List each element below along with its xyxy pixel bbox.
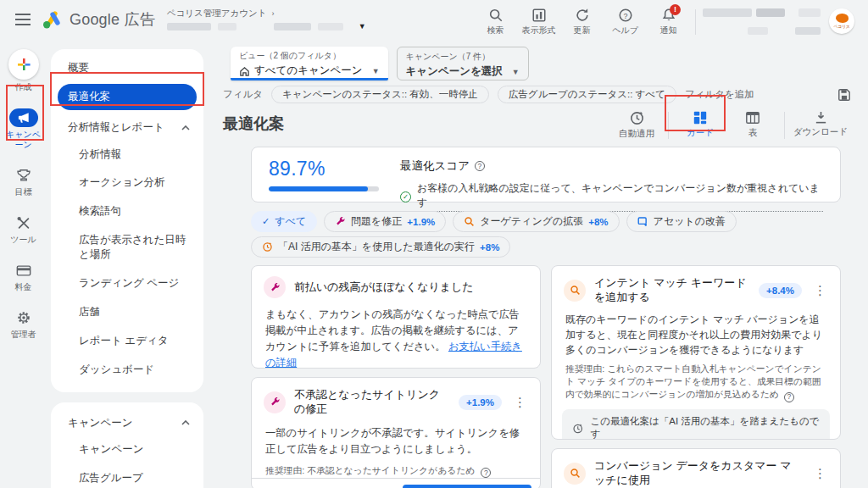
breadcrumb-label: ペコリス管理アカウント [167,8,267,19]
sidebar-item-auction-insights[interactable]: オークション分析 [51,169,203,197]
plus-icon [17,58,31,71]
campaign-caret-icon: ▼ [512,68,520,76]
create-button[interactable]: 作成 [8,49,39,92]
notifications-button[interactable]: ! 通知 [648,3,688,36]
menu-icon[interactable] [8,5,37,34]
sidebar-item-ad-groups[interactable]: 広告グループ [51,464,203,488]
sidebar-section-insights[interactable]: 分析情報とレポート [51,112,203,140]
card-title: 不承認となったサイトリンクの修正 [294,388,450,417]
chip-improve-assets[interactable]: アセットの改善 [626,211,737,232]
wrench-icon [264,391,286,413]
avatar[interactable]: ペコリス [829,8,854,34]
refresh-button[interactable]: 更新 [562,3,602,36]
card-body-text: 一部のサイトリンクが不承認です。サイトリンクを修正して広告をより目立つようにしま… [252,422,540,458]
card-title: コンバージョン データをカスタマー マッチに使用 [594,459,802,488]
card-title: インテント マッチ キーワードを追加する [594,276,750,305]
kebab-menu-icon[interactable]: ⋮ [810,283,830,298]
reason-help-icon[interactable]: ? [784,392,794,402]
sidebar-item-report-editor[interactable]: レポート エディタ [51,326,203,355]
page-header: 最適化案 自動適用 カード 表 [223,107,851,140]
rail-item-billing[interactable]: 料金 [2,261,46,292]
home-icon [239,66,250,76]
help-button[interactable]: ? ヘルプ [605,3,645,36]
kebab-menu-icon[interactable]: ⋮ [510,395,530,410]
redacted-subaccount-id [318,23,343,30]
card-disapproved-sitelinks: 不承認となったサイトリンクの修正 +1.9% ⋮ 一部のサイトリンクが不承認です… [251,377,541,488]
note-text[interactable]: この最適化案は「AI 活用の基本」を踏まえたものです [590,415,820,440]
filter-chip-adgroup-status[interactable]: 広告グループのステータス:: すべて [498,86,676,103]
sidebar-item-search-terms[interactable]: 検索語句 [51,197,203,226]
left-column: 前払いの残高がほぼなくなりました まもなく、アカウントの残高がなくなった時点で広… [251,265,541,488]
sidebar-item-dashboards[interactable]: ダッシュボード [51,355,203,384]
recommendation-cards: 前払いの残高がほぼなくなりました まもなく、アカウントの残高がなくなった時点で広… [251,265,841,488]
view-controls: 自動適用 カード 表 ダウンロード [610,107,851,140]
chip-expand-targeting[interactable]: ターゲティングの拡張 +8% [453,211,619,232]
display-format-button[interactable]: 表示形式 [519,3,559,36]
megaphone-icon [17,112,31,124]
search-button[interactable]: 検索 [476,3,515,36]
rail-item-admin[interactable]: 管理者 [2,308,46,340]
sidebar-item-stores[interactable]: 店舗 [51,297,203,326]
chip-ai-essentials[interactable]: 「AI 活用の基本」を使用した最適化の実行 +8% [251,236,510,258]
magnifier-icon [564,280,586,302]
sidebar-item-insights[interactable]: 分析情報 [51,140,203,169]
add-filter-button[interactable]: フィルタを追加 [685,88,754,101]
google-ads-logo[interactable]: Google 広告 [42,9,155,30]
uplift-badge: +8.4% [759,283,802,298]
sidebar-section-campaigns[interactable]: キャンペーン [51,408,203,435]
check-icon: ✓ [262,216,270,227]
save-filter-button[interactable] [837,88,851,102]
rail-item-tools[interactable]: ツール [2,214,46,245]
magnifier-icon [464,216,475,227]
sidebar-item-recommendations[interactable]: 最適化案 [58,84,197,110]
sidebar-item-when-where-ads-showed[interactable]: 広告が表示された日時と場所 [51,226,203,269]
rail-item-campaigns[interactable]: キャンペーン [2,108,46,150]
redacted-user-info [703,5,821,38]
view-selector[interactable]: ビュー（2 個のフィルタ） すべてのキャンペーン ▼ [231,47,388,80]
optimization-score-value: 89.7% [269,158,400,180]
view-recommendations-button[interactable]: 3 件の最適化案を表示 [403,485,531,488]
download-icon [814,110,828,125]
campaign-selector[interactable]: キャンペーン（7 件） キャンペーンを選択 ▼ [397,47,529,80]
wrench-icon [335,216,346,227]
refresh-icon [575,8,590,23]
bar-chart-icon [531,8,547,23]
google-ads-app: Google 広告 ペコリス管理アカウント › ▼ 検索 表示形式 [0,0,868,488]
card-title: 前払いの残高がほぼなくなりました [294,280,530,295]
reason-help-icon[interactable]: ? [481,468,491,478]
account-breadcrumb[interactable]: ペコリス管理アカウント › ▼ [167,8,366,30]
chevron-up-icon [181,125,190,130]
wrench-icon [264,276,286,298]
top-actions: 検索 表示形式 更新 ? ヘルプ ! 通知 [476,3,688,36]
notification-badge: ! [670,4,681,15]
auto-apply-button[interactable]: 自動適用 [610,107,663,140]
sidebar-item-campaigns[interactable]: キャンペーン [51,435,203,464]
auto-apply-clock-icon [629,110,645,126]
clock-arrow-icon [572,423,583,435]
scope-selectors: ビュー（2 個のフィルタ） すべてのキャンペーン ▼ キャンペーン（7 件） キ… [231,47,868,80]
main-content: ビュー（2 個のフィルタ） すべてのキャンペーン ▼ キャンペーン（7 件） キ… [212,38,868,488]
page-title: 最適化案 [223,107,284,134]
filter-label: フィルタ [223,88,263,101]
sidebar-item-landing-pages[interactable]: ランディング ページ [51,269,203,297]
trophy-icon [16,169,31,183]
rail-item-goals[interactable]: 目標 [2,166,46,197]
chip-all[interactable]: ✓ すべて [251,211,317,232]
kebab-menu-icon[interactable]: ⋮ [810,466,830,481]
sidebar-group-campaigns: キャンペーン キャンペーン 広告グループ 広告 アセット グループ テスト [51,402,203,488]
download-button[interactable]: ダウンロード [790,107,851,138]
chevron-up-icon [181,420,190,425]
table-view-icon [745,110,760,125]
credit-card-icon [16,264,31,277]
divider [784,112,785,139]
sidebar-item-overview[interactable]: 概要 [51,54,203,82]
score-help-icon[interactable]: ? [475,161,485,171]
table-view-toggle[interactable]: 表 [726,107,779,139]
filter-chip-campaign-status[interactable]: キャンペーンのステータス:: 有効、一時停止 [271,86,489,103]
cards-view-toggle[interactable]: カード [674,107,726,139]
chip-fix-issues[interactable]: 問題を修正 +1.9% [324,211,446,232]
account-dropdown-caret-icon[interactable]: ▼ [359,22,366,30]
cards-view-icon [693,110,708,125]
search-icon [488,8,504,23]
score-status-text[interactable]: お客様の入札戦略の設定に従って、キャンペーンでコンバージョン数が重視されています [417,181,823,212]
